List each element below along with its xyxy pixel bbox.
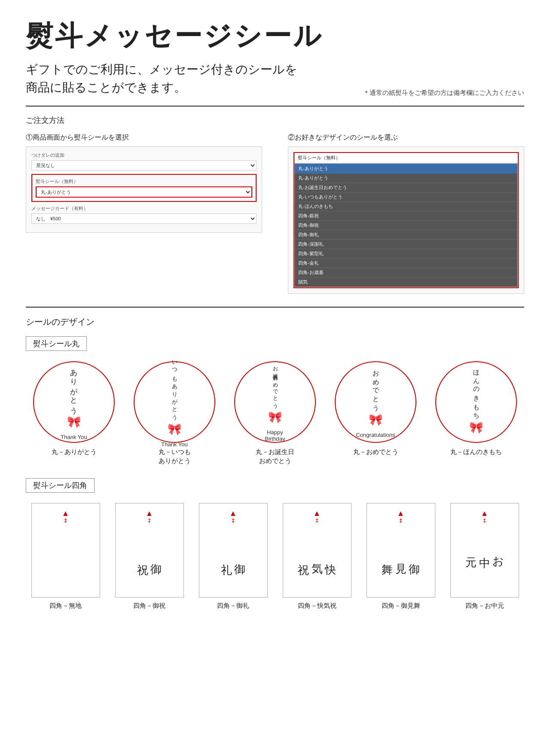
page-title: 熨斗メッセージシール: [26, 17, 524, 55]
square-kanji-3: 御礼: [220, 555, 246, 558]
square-kanji-6: お中元: [464, 549, 505, 565]
square-seal-1: ▲ ‡: [31, 503, 100, 597]
dd-option[interactable]: 丸-ほんのきもち: [295, 202, 517, 211]
double-line-5: ‡: [399, 517, 402, 524]
section-divider: [26, 106, 524, 107]
top-deco-6: ▲ ‡: [481, 509, 489, 524]
square-seal-6: ▲ ‡ お中元: [450, 503, 519, 597]
step1-label: ①商品画面から熨斗シールを選択: [26, 133, 262, 142]
ribbon-icon-3: 🎀: [268, 411, 282, 424]
square-seal-category: 熨斗シール四角: [26, 478, 95, 493]
seal3-label: 丸－お誕生日おめでとう: [256, 447, 294, 465]
ribbon-icon-1: 🎀: [67, 415, 81, 429]
dd-option[interactable]: 四角-金礼: [295, 259, 517, 268]
step2: ②お好きなデザインのシールを選ぶ 熨斗シール（無料） 丸-ありがとう 丸-ありが…: [288, 133, 524, 294]
addon-section: つけダレの追加 景況なし: [31, 152, 257, 171]
step1: ①商品画面から熨斗シールを選択 つけダレの追加 景況なし 熨斗シール（無料） 丸…: [26, 133, 262, 233]
steps-row: ①商品画面から熨斗シールを選択 つけダレの追加 景況なし 熨斗シール（無料） 丸…: [26, 133, 524, 294]
seal4-label: 丸－おめでとう: [353, 447, 398, 456]
double-line-1: ‡: [64, 517, 67, 524]
seal3-english: HappyBirthday: [265, 429, 285, 442]
round-seals-row: ありがとう 🎀 Thank You 丸－ありがとう いつもありがとう 🎀 Tha…: [26, 361, 524, 465]
arrow-up-5: ▲: [397, 509, 405, 517]
square-seal-item-6: ▲ ‡ お中元 四角－お中元: [445, 503, 524, 610]
seal-label: 熨斗シール（無料）: [36, 178, 252, 185]
square-seal-label-5: 四角－御見舞: [382, 602, 420, 610]
order-method-title: ご注文方法: [26, 115, 524, 125]
top-deco-5: ▲ ‡: [397, 509, 405, 524]
square-seal-label-6: 四角－お中元: [465, 602, 504, 610]
round-seal-3: お誕生日おめでとう 🎀 HappyBirthday: [234, 361, 316, 443]
square-seal-label-3: 四角－御礼: [217, 602, 249, 610]
dd-option[interactable]: 四角-御祝: [295, 221, 517, 230]
dd-option[interactable]: 四角-銀祝: [295, 211, 517, 221]
seals-section: シールのデザイン 熨斗シール丸 ありがとう 🎀 Thank You 丸－ありがと…: [26, 307, 524, 610]
double-line-3: ‡: [232, 517, 235, 524]
dd-option[interactable]: 四角-御礼: [295, 230, 517, 240]
top-deco-2: ▲ ‡: [146, 509, 153, 524]
dd-option[interactable]: 丸-ありがとう: [295, 174, 517, 183]
addon-select[interactable]: 景況なし: [31, 160, 257, 171]
dd-option[interactable]: 四角-深謝礼: [295, 240, 517, 249]
arrow-up-4: ▲: [313, 509, 321, 517]
dd-option[interactable]: 丸-いつもありがとう: [295, 192, 517, 202]
ribbon-icon-4: 🎀: [369, 413, 382, 427]
message-select[interactable]: なし ¥500: [31, 213, 257, 224]
seal5-label: 丸－ほんのきもち: [450, 447, 502, 456]
subtitle-line1: ギフトでのご利用に、メッセージ付きのシールを: [26, 61, 524, 78]
square-seal-4: ▲ ‡ 快気祝: [283, 503, 351, 597]
round-seal-1: ありがとう 🎀 Thank You: [33, 361, 115, 443]
arrow-up-1: ▲: [62, 509, 70, 517]
round-seal-item-3: お誕生日おめでとう 🎀 HappyBirthday 丸－お誕生日おめでとう: [227, 361, 323, 465]
square-seal-3: ▲ ‡ 御礼: [199, 503, 268, 597]
top-deco-3: ▲ ‡: [229, 509, 237, 524]
square-seal-item-5: ▲ ‡ 御見舞 四角－御見舞: [361, 503, 440, 610]
seal-section-divider: [26, 307, 524, 308]
square-seal-2: ▲ ‡ 御祝: [115, 503, 184, 597]
dd-option[interactable]: 四角-お歳暮: [295, 268, 517, 277]
square-seal-label-4: 四角－快気祝: [298, 602, 336, 610]
seal1-japanese: ありがとう: [69, 364, 79, 411]
seal-select[interactable]: 丸-ありがとう: [36, 186, 252, 198]
step2-dropdown[interactable]: 丸-ありがとう 丸-ありがとう 丸-お誕生日おめでとう 丸-いつもありがとう 丸…: [294, 163, 518, 287]
ribbon-icon-2: 🎀: [168, 423, 181, 436]
round-seal-category: 熨斗シール丸: [26, 336, 87, 351]
arrow-up-3: ▲: [229, 509, 237, 517]
square-seal-item-1: ▲ ‡ 四角－無地: [26, 503, 105, 610]
seal-section: 熨斗シール（無料） 丸-ありがとう: [31, 174, 257, 202]
step2-image: 熨斗シール（無料） 丸-ありがとう 丸-ありがとう 丸-お誕生日おめでとう 丸-…: [288, 146, 524, 294]
seal-design-title: シールのデザイン: [26, 316, 524, 328]
square-seal-item-3: ▲ ‡ 御礼 四角－御礼: [193, 503, 273, 610]
round-seal-item-2: いつもありがとう 🎀 Thank You 丸－いつもありがとう: [126, 361, 223, 465]
message-label: メッセージカード（有料）: [31, 205, 257, 212]
square-seal-section: 熨斗シール四角 ▲ ‡ 四角－無地 ▲ ‡: [26, 478, 524, 610]
round-seal-item-5: ほんのきもち 🎀 丸－ほんのきもち: [428, 361, 524, 465]
dd-option[interactable]: 四角-紫型礼: [295, 249, 517, 259]
dd-option[interactable]: 丸-お誕生日おめでとう: [295, 183, 517, 192]
square-seal-item-4: ▲ ‡ 快気祝 四角－快気祝: [277, 503, 357, 610]
arrow-up-6: ▲: [481, 509, 489, 517]
step1-image: つけダレの追加 景況なし 熨斗シール（無料） 丸-ありがとう メッセージカード（…: [26, 146, 262, 233]
seal1-english: Thank You: [61, 434, 87, 440]
top-deco-4: ▲ ‡: [313, 509, 321, 524]
square-seals-row: ▲ ‡ 四角－無地 ▲ ‡ 御祝 四角－御祝: [26, 503, 524, 610]
square-seal-label-2: 四角－御祝: [133, 602, 165, 610]
seal5-japanese: ほんのきもち: [472, 365, 480, 417]
seal2-label: 丸－いつもありがとう: [159, 447, 191, 465]
dd-selected: 丸-ありがとう: [295, 164, 517, 174]
top-deco-1: ▲ ‡: [62, 509, 70, 524]
round-seal-item-4: おめでとう 🎀 Congratulations 丸－おめでとう: [327, 361, 424, 465]
seal2-japanese: いつもありがとう: [171, 357, 178, 418]
dd-option[interactable]: 賊気: [295, 277, 517, 287]
round-seal-5: ほんのきもち 🎀: [435, 361, 517, 443]
square-kanji-4: 快気祝: [297, 555, 337, 558]
square-kanji-2: 御祝: [136, 555, 162, 558]
round-seal-4: おめでとう 🎀 Congratulations: [335, 361, 416, 443]
step2-dropdown-container: 熨斗シール（無料） 丸-ありがとう 丸-ありがとう 丸-お誕生日おめでとう 丸-…: [293, 152, 519, 288]
step2-label: ②お好きなデザインのシールを選ぶ: [288, 133, 524, 142]
seal1-label: 丸－ありがとう: [52, 447, 97, 456]
round-seal-2: いつもありがとう 🎀 Thank You: [134, 361, 215, 443]
addon-label: つけダレの追加: [31, 152, 257, 159]
square-seal-5: ▲ ‡ 御見舞: [367, 503, 435, 597]
double-line-6: ‡: [483, 517, 486, 524]
